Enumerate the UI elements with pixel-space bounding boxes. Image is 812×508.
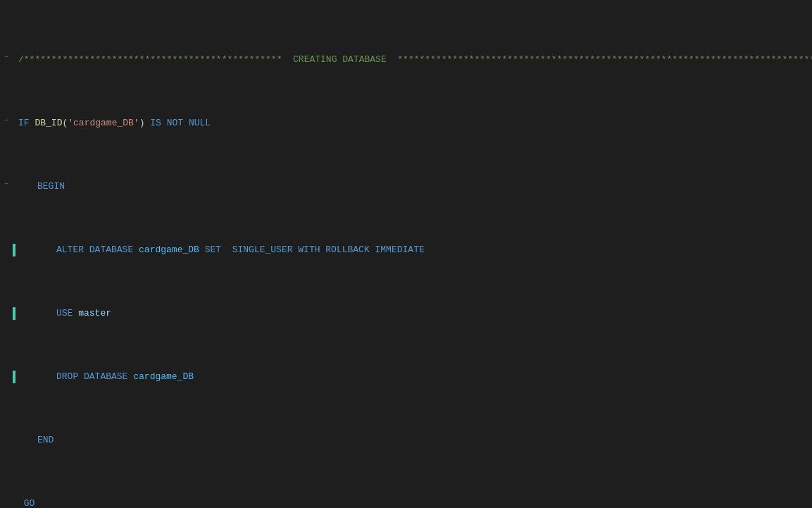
code-content: − /*************************************… (0, 0, 812, 508)
line-8: GO (0, 497, 812, 508)
line-4: ALTER DATABASE cardgame_DB SET SINGLE_US… (0, 244, 812, 256)
line-6: DROP DATABASE cardgame_DB (0, 371, 812, 383)
line-3: − BEGIN (0, 180, 812, 193)
collapse-btn-3[interactable]: − (3, 180, 10, 187)
collapse-btn-2[interactable]: − (3, 117, 10, 124)
line-5: USE master (0, 307, 812, 320)
line-2: − IF DB_ID('cardgame_DB') IS NOT NULL (0, 117, 812, 130)
line-7: END (0, 434, 812, 447)
code-editor[interactable]: − /*************************************… (0, 0, 812, 508)
line-1: − /*************************************… (0, 54, 812, 66)
collapse-btn-1[interactable]: − (3, 54, 10, 61)
